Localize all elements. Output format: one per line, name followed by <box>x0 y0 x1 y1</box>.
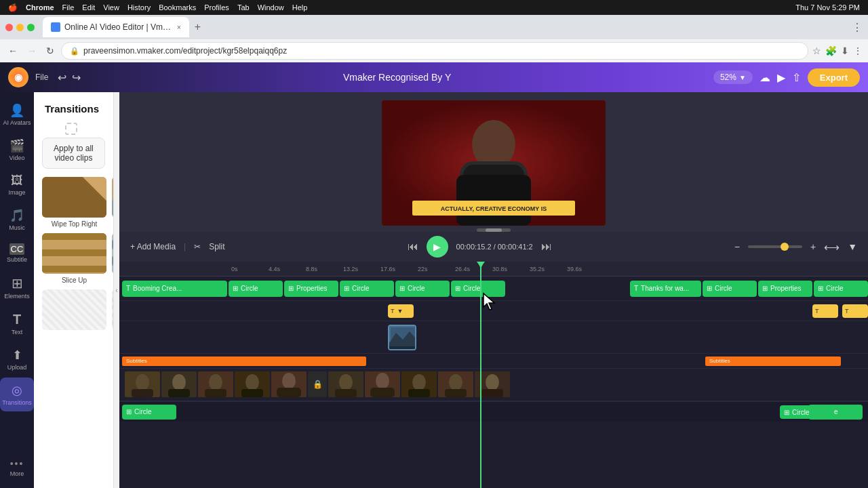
zoom-indicator[interactable]: 52% ▼ <box>713 70 753 84</box>
clip-circle-4[interactable]: ⊞ Circle <box>451 281 505 297</box>
sidebar-item-transitions[interactable]: ◎ Transitions <box>0 378 34 411</box>
mac-menu-tab[interactable]: Tab <box>237 3 250 12</box>
sidebar-item-more[interactable]: ••• More <box>0 453 34 483</box>
url-input[interactable]: 🔒 praveensimon.vmaker.com/editproject/kg… <box>61 42 808 60</box>
app-menu-file[interactable]: File <box>35 73 48 82</box>
sidebar-item-ai-avatars[interactable]: 👤 AI Avatars <box>0 98 34 131</box>
mac-menu-history[interactable]: History <box>127 3 151 12</box>
zoom-dropdown-icon: ▼ <box>739 74 746 81</box>
chrome-settings-icon[interactable]: ⋮ <box>852 21 863 34</box>
mac-menu-help[interactable]: Help <box>292 3 308 12</box>
sidebar: 👤 AI Avatars 🎬 Video 🖼 Image 🎵 Music CC … <box>0 92 34 488</box>
cloud-icon[interactable]: ☁ <box>760 71 770 84</box>
sidebar-item-elements[interactable]: ⊞ Elements <box>0 270 34 305</box>
clip-circle-bottom-left[interactable]: ⊞ Circle <box>122 405 176 420</box>
clip-properties-r[interactable]: ⊞ Properties <box>758 281 812 297</box>
zoom-out-button[interactable]: − <box>734 241 740 252</box>
zoom-in-button[interactable]: + <box>810 241 816 252</box>
traffic-lights[interactable] <box>5 24 35 31</box>
timeline-section: 0s 4.4s 8.8s 13.2s 17.6s 22s 26.4s 30.8s… <box>119 262 868 488</box>
filmstrip-row: 🔒 <box>119 369 868 401</box>
filmstrip-frame-1 <box>125 371 160 397</box>
export-button[interactable]: Export <box>808 68 860 87</box>
clip-circle-3[interactable]: ⊞ Circle <box>395 281 450 297</box>
sidebar-item-music[interactable]: 🎵 Music <box>0 203 34 237</box>
app-logo: ◉ <box>8 67 28 87</box>
ruler-mark-9: 39.6s <box>567 266 604 272</box>
play-button[interactable]: ▶ <box>427 236 448 258</box>
clip-circle-r2[interactable]: ⊞ Circle <box>814 281 868 297</box>
video-clip-thumbnail[interactable] <box>388 325 416 350</box>
app-menu[interactable]: File <box>35 73 48 82</box>
mac-menu-file[interactable]: File <box>62 3 75 12</box>
chrome-menu-icon[interactable]: ⋮ <box>853 45 863 56</box>
sidebar-item-text[interactable]: T Text <box>0 306 34 341</box>
clip-booming-crea[interactable]: T Booming Crea... <box>122 281 227 297</box>
sidebar-item-upload[interactable]: ⬆ Upload <box>0 342 34 376</box>
timeline-zoom-slider[interactable] <box>748 245 802 248</box>
split-button[interactable]: Split <box>209 242 224 251</box>
mac-menu-chrome[interactable]: Chrome <box>26 3 54 12</box>
subtitle-label-right: Subtitles <box>709 358 730 364</box>
mac-menu-bar: 🍎 Chrome File Edit View History Bookmark… <box>0 0 868 15</box>
subtitle-segment-left[interactable]: Subtitles <box>122 357 366 366</box>
transition-partial-1[interactable] <box>42 289 106 330</box>
clip-circle-bottom-right[interactable]: ⊞ Circle <box>780 405 834 419</box>
collapse-panel-button[interactable]: ‹ <box>114 92 119 488</box>
new-tab-button[interactable]: + <box>192 18 203 36</box>
bookmark-icon[interactable]: ☆ <box>812 45 821 56</box>
extensions-icon[interactable]: 🧩 <box>825 45 837 56</box>
music-icon: 🎵 <box>9 208 24 223</box>
svg-rect-7 <box>42 233 106 240</box>
transitions-title: Transitions <box>34 92 113 120</box>
sidebar-item-subtitle[interactable]: CC Subtitle <box>0 238 34 268</box>
close-window-button[interactable] <box>5 24 13 31</box>
minimize-window-button[interactable] <box>16 24 24 31</box>
transition-wipe-top-right[interactable]: Wipe Top Right <box>42 177 106 228</box>
active-tab[interactable]: Online AI Video Editor | Vma... × <box>43 17 189 37</box>
mac-menu-left[interactable]: 🍎 Chrome File Edit View History Bookmark… <box>8 3 307 12</box>
transition-label-slice-up: Slice Up <box>62 277 87 284</box>
mac-menu-window[interactable]: Window <box>258 3 284 12</box>
clip-icon-circle-4: ⊞ <box>455 285 460 292</box>
svg-rect-55 <box>445 389 467 397</box>
clip-yellow-1[interactable]: T ▼ <box>388 304 414 318</box>
mac-menu-view[interactable]: View <box>103 3 119 12</box>
play-icon[interactable]: ▶ <box>777 71 785 84</box>
refresh-button[interactable]: ↻ <box>43 43 57 59</box>
clip-circle-r1[interactable]: ⊞ Circle <box>703 281 757 297</box>
clip-yellow-2[interactable]: T <box>812 304 838 318</box>
clip-circle-1[interactable]: ⊞ Circle <box>229 281 283 297</box>
fast-forward-button[interactable]: ⏭ <box>541 241 552 253</box>
transitions-grid: Wipe Top Right Wipe Top Left <box>34 177 113 330</box>
tab-favicon <box>51 22 60 32</box>
upload-icon: ⬆ <box>12 348 22 363</box>
apply-all-button[interactable]: Apply to all video clips <box>42 138 105 169</box>
clip-thanks[interactable]: T Thanks for wa... <box>630 281 701 297</box>
back-button[interactable]: ← <box>5 43 20 59</box>
undo-button[interactable]: ↩ <box>58 71 66 84</box>
clip-circle-2[interactable]: ⊞ Circle <box>340 281 394 297</box>
apple-icon[interactable]: 🍎 <box>8 3 18 12</box>
maximize-window-button[interactable] <box>27 24 35 31</box>
redo-button[interactable]: ↪ <box>72 71 81 84</box>
sidebar-item-video[interactable]: 🎬 Video <box>0 133 34 167</box>
rewind-button[interactable]: ⏮ <box>408 241 418 253</box>
mac-menu-edit[interactable]: Edit <box>82 3 95 12</box>
sidebar-item-image[interactable]: 🖼 Image <box>0 168 34 201</box>
timeline-expand-icon[interactable]: ▼ <box>848 241 857 252</box>
download-icon[interactable]: ⬇ <box>841 45 849 56</box>
filmstrip-frame-8 <box>401 371 437 397</box>
mac-menu-bookmarks[interactable]: Bookmarks <box>159 3 196 12</box>
mac-menu-profiles[interactable]: Profiles <box>204 3 229 12</box>
url-bar: ← → ↻ 🔒 praveensimon.vmaker.com/editproj… <box>0 39 868 62</box>
fit-button[interactable]: ⟷ <box>824 241 840 253</box>
add-media-button[interactable]: + Add Media <box>130 242 176 251</box>
subtitle-segment-right[interactable]: Subtitles <box>705 357 841 366</box>
transition-slice-up[interactable]: Slice Up <box>42 233 106 284</box>
clip-properties[interactable]: ⊞ Properties <box>284 281 338 297</box>
forward-button[interactable]: → <box>24 43 39 59</box>
share-icon[interactable]: ⇧ <box>792 71 801 84</box>
tab-close-button[interactable]: × <box>177 24 181 31</box>
clip-yellow-3[interactable]: T <box>842 304 868 318</box>
